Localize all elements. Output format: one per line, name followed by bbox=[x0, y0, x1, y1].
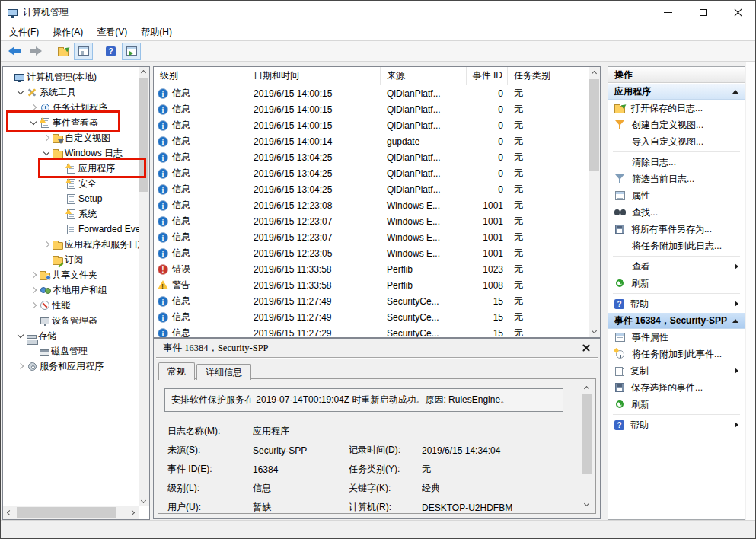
action-save-selected-events[interactable]: 保存选择的事件... bbox=[608, 379, 745, 396]
action-open-saved-log[interactable]: 打开保存的日志... bbox=[608, 100, 745, 116]
scroll-down-icon[interactable] bbox=[583, 501, 590, 508]
event-row[interactable]: 信息2019/6/15 14:00:15QiDianPlatf...0无 bbox=[154, 85, 589, 101]
expander-closed-icon[interactable] bbox=[29, 301, 40, 310]
show-console-tree-button[interactable] bbox=[74, 43, 93, 60]
tree-item-subscriptions[interactable]: 订阅 bbox=[3, 252, 139, 267]
expander-closed-icon[interactable] bbox=[42, 240, 53, 249]
menu-item-help[interactable]: 帮助(H) bbox=[134, 24, 179, 40]
action-filter-current-log[interactable]: 筛选当前日志... bbox=[608, 171, 745, 187]
scroll-up-icon[interactable] bbox=[583, 384, 590, 391]
tree-vertical-scrollbar[interactable] bbox=[139, 67, 149, 506]
expander-closed-icon[interactable] bbox=[29, 270, 40, 279]
event-row[interactable]: 信息2019/6/15 11:27:49SecurityCe...15无 bbox=[154, 293, 589, 309]
tree-item-system[interactable]: 系统 bbox=[3, 206, 139, 222]
scroll-down-icon[interactable] bbox=[140, 498, 147, 505]
action-properties[interactable]: 属性 bbox=[608, 187, 745, 204]
back-button[interactable] bbox=[5, 43, 24, 60]
event-row[interactable]: 错误2019/6/15 11:33:58Perflib1023无 bbox=[154, 261, 589, 277]
event-row[interactable]: 信息2019/6/15 14:00:15QiDianPlatf...0无 bbox=[154, 117, 589, 133]
tree-item-storage[interactable]: 存储 bbox=[3, 328, 139, 343]
action-find[interactable]: 查找... bbox=[608, 204, 745, 221]
action-import-custom-view[interactable]: 导入自定义视图... bbox=[608, 133, 745, 150]
tree-item-setup[interactable]: Setup bbox=[3, 191, 139, 206]
event-row[interactable]: 信息2019/6/15 14:00:14gupdate0无 bbox=[154, 133, 589, 149]
detail-close-icon[interactable] bbox=[582, 343, 591, 352]
expander-closed-icon[interactable] bbox=[29, 285, 40, 295]
expander-open-icon[interactable] bbox=[42, 148, 53, 158]
minimize-button[interactable] bbox=[650, 1, 685, 24]
tree-item-task-scheduler[interactable]: 任务计划程序 bbox=[3, 100, 139, 115]
open-button[interactable] bbox=[53, 43, 72, 60]
tree-item-computer-management-local[interactable]: 计算机管理(本地) bbox=[3, 69, 139, 85]
action-help[interactable]: 帮助 bbox=[608, 295, 745, 312]
column-header-1[interactable]: 级别 bbox=[154, 67, 247, 85]
tree-item-system-tools[interactable]: 系统工具 bbox=[3, 85, 139, 100]
expander-closed-icon[interactable] bbox=[29, 103, 40, 112]
scroll-right-icon[interactable] bbox=[129, 509, 136, 516]
section-header-event-16384-actions[interactable]: 事件 16384，Security-SPP bbox=[608, 312, 745, 329]
expander-open-icon[interactable] bbox=[29, 118, 40, 127]
action-copy[interactable]: 复制 bbox=[608, 362, 745, 379]
detail-scroll-thumb[interactable] bbox=[582, 394, 592, 474]
forward-button[interactable] bbox=[26, 43, 45, 60]
detail-scrollbar[interactable] bbox=[581, 382, 592, 510]
scroll-left-icon[interactable] bbox=[5, 509, 12, 516]
tree-item-custom-views[interactable]: 自定义视图 bbox=[3, 130, 139, 145]
action-event-properties[interactable]: 事件属性 bbox=[608, 329, 745, 346]
action-attach-task-to-log[interactable]: 将任务附加到此日志... bbox=[608, 238, 745, 254]
action-view[interactable]: 查看 bbox=[608, 258, 745, 275]
tree-item-forwarded-events[interactable]: Forwarded Eve bbox=[3, 222, 139, 237]
event-list-scroll-thumb[interactable] bbox=[589, 79, 599, 171]
column-header-5[interactable]: 任务类别 bbox=[508, 67, 600, 85]
expander-closed-icon[interactable] bbox=[16, 362, 27, 371]
tree-hscroll-thumb[interactable] bbox=[17, 507, 116, 518]
action-refresh-event[interactable]: 刷新 bbox=[608, 396, 745, 413]
event-row[interactable]: 信息2019/6/15 12:23:07Windows E...1001无 bbox=[154, 213, 589, 229]
event-row[interactable]: 警告2019/6/15 11:33:58Perflib1008无 bbox=[154, 277, 589, 293]
collapse-arrow-icon[interactable] bbox=[732, 319, 738, 323]
tree-item-local-users-groups[interactable]: 本地用户和组 bbox=[3, 282, 139, 298]
column-header-2[interactable]: 日期和时间 bbox=[247, 67, 381, 85]
event-row[interactable]: 信息2019/6/15 11:27:49SecurityCe...15无 bbox=[154, 309, 589, 325]
tree-item-application[interactable]: 应用程序 bbox=[3, 161, 139, 176]
tree-item-device-manager[interactable]: 设备管理器 bbox=[3, 313, 139, 328]
event-row[interactable]: 信息2019/6/15 11:27:29SecurityCe...15无 bbox=[154, 325, 589, 337]
maximize-button[interactable] bbox=[685, 1, 720, 24]
event-row[interactable]: 信息2019/6/15 12:23:08Windows E...1001无 bbox=[154, 197, 589, 213]
action-save-all-events-as[interactable]: 将所有事件另存为... bbox=[608, 221, 745, 238]
event-row[interactable]: 信息2019/6/15 13:04:25QiDianPlatf...0无 bbox=[154, 181, 589, 197]
column-header-4[interactable]: 事件 ID bbox=[467, 67, 508, 85]
column-header-3[interactable]: 来源 bbox=[381, 67, 467, 85]
close-button[interactable] bbox=[720, 1, 755, 24]
scroll-up-icon[interactable] bbox=[140, 69, 147, 75]
tree-item-services-applications[interactable]: 服务和应用程序 bbox=[3, 359, 139, 374]
action-clear-log[interactable]: 清除日志... bbox=[608, 154, 745, 171]
tab-details[interactable]: 详细信息 bbox=[196, 364, 251, 380]
tree-vscroll-thumb[interactable] bbox=[139, 78, 148, 192]
tree-item-disk-management[interactable]: 磁盘管理 bbox=[3, 343, 139, 359]
expander-closed-icon[interactable] bbox=[42, 133, 53, 142]
expander-open-icon[interactable] bbox=[16, 331, 27, 340]
event-row[interactable]: 信息2019/6/15 12:23:05Windows E...1001无 bbox=[154, 245, 589, 261]
event-row[interactable]: 信息2019/6/15 13:04:25QiDianPlatf...0无 bbox=[154, 165, 589, 181]
collapse-arrow-icon[interactable] bbox=[732, 90, 738, 94]
tree-horizontal-scrollbar[interactable] bbox=[3, 506, 139, 519]
tree-item-event-viewer[interactable]: 事件查看器 bbox=[3, 115, 139, 130]
action-help-event[interactable]: 帮助 bbox=[608, 416, 745, 433]
tree-item-windows-logs[interactable]: Windows 日志 bbox=[3, 145, 139, 161]
action-refresh[interactable]: 刷新 bbox=[608, 275, 745, 292]
action-attach-task-to-event[interactable]: 将任务附加到此事件... bbox=[608, 346, 745, 362]
event-row[interactable]: 信息2019/6/15 12:23:07Windows E...1001无 bbox=[154, 229, 589, 245]
tree-item-apps-services-logs[interactable]: 应用程序和服务日志 bbox=[3, 237, 139, 252]
event-row[interactable]: 信息2019/6/15 13:04:25QiDianPlatf...0无 bbox=[154, 149, 589, 165]
event-row[interactable]: 信息2019/6/15 14:00:15QiDianPlatf...0无 bbox=[154, 101, 589, 117]
tab-general[interactable]: 常规 bbox=[158, 362, 195, 380]
menu-item-view[interactable]: 查看(V) bbox=[90, 24, 134, 40]
help-button[interactable] bbox=[101, 43, 120, 60]
expander-open-icon[interactable] bbox=[16, 88, 27, 97]
scroll-up-icon[interactable] bbox=[591, 69, 598, 76]
menu-item-file[interactable]: 文件(F) bbox=[2, 24, 46, 40]
action-create-custom-view[interactable]: 创建自定义视图... bbox=[608, 116, 745, 133]
event-list-scrollbar[interactable] bbox=[589, 67, 600, 337]
menu-item-action[interactable]: 操作(A) bbox=[46, 24, 90, 40]
